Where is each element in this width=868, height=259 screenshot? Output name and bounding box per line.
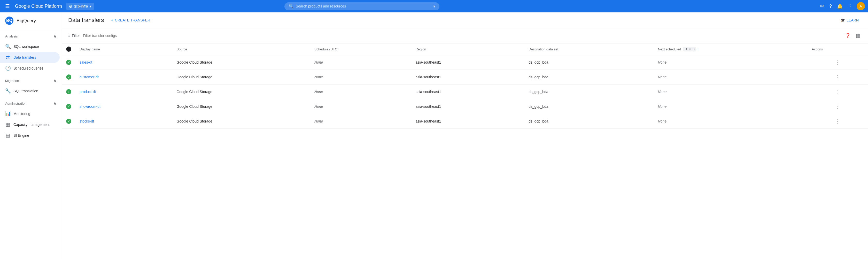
row-source: Google Cloud Storage <box>172 114 310 129</box>
sidebar-item-monitoring[interactable]: 📊 Monitoring <box>0 108 60 119</box>
data-transfers-icon: ⇄ <box>5 55 10 60</box>
search-dropdown-icon: ▾ <box>433 4 435 9</box>
sidebar-item-label: Data transfers <box>13 55 36 59</box>
notifications-icon[interactable]: 🔔 <box>835 1 845 11</box>
create-transfer-plus-icon: + <box>111 18 113 22</box>
display-name-link[interactable]: customer-dt <box>80 75 99 79</box>
filter-bar-actions: ❓ ▦ <box>843 31 862 40</box>
migration-section-label: Migration <box>5 79 19 83</box>
row-more-actions-button[interactable]: ⋮ <box>834 103 841 111</box>
user-avatar[interactable]: A <box>857 2 865 10</box>
administration-section-toggle[interactable]: ∧ <box>53 100 57 106</box>
row-more-actions-button[interactable]: ⋮ <box>834 117 841 125</box>
sidebar-item-sql-workspace[interactable]: 🔍 SQL workspace <box>0 41 60 52</box>
help-circle-icon[interactable]: ❓ <box>843 31 852 40</box>
sidebar-item-capacity-management[interactable]: ▦ Capacity management <box>0 119 60 130</box>
row-destination: ds_gcp_bda <box>524 85 654 99</box>
status-indicator: ✓ <box>66 60 71 65</box>
sidebar-item-label: Scheduled queries <box>13 66 43 70</box>
status-indicator: ✓ <box>66 89 71 94</box>
analysis-section-header: Analysis ∧ <box>0 29 62 41</box>
row-next-scheduled: None <box>654 114 808 129</box>
th-region[interactable]: Region <box>411 44 524 55</box>
row-region: asia-southeast1 <box>411 70 524 85</box>
nav-action-buttons: ✉ ? 🔔 ⋮ A <box>818 1 865 11</box>
row-checkbox-cell: ✓ <box>62 85 75 99</box>
row-destination: ds_gcp_bda <box>524 99 654 114</box>
sidebar-item-scheduled-queries[interactable]: 🕐 Scheduled queries <box>0 63 60 74</box>
row-actions-cell: ⋮ <box>808 55 868 70</box>
project-selector[interactable]: ⚙ gcp-infra ▾ <box>66 3 94 10</box>
row-more-actions-button[interactable]: ⋮ <box>834 58 841 66</box>
help-icon[interactable]: ? <box>827 2 834 11</box>
th-actions: Actions <box>808 44 868 55</box>
display-name-link[interactable]: showroom-dt <box>80 105 100 109</box>
monitoring-icon: 📊 <box>5 111 10 117</box>
analysis-section-toggle[interactable]: ∧ <box>53 33 57 39</box>
row-destination: ds_gcp_bda <box>524 70 654 85</box>
hamburger-menu-icon[interactable]: ☰ <box>3 1 12 11</box>
sidebar-item-label: Monitoring <box>13 112 30 116</box>
row-schedule: None <box>310 55 411 70</box>
clock-icon: 🕐 <box>5 65 10 71</box>
row-schedule: None <box>310 70 411 85</box>
page-header: Data transfers + CREATE TRANSFER 🎓 LEARN <box>62 12 868 28</box>
select-all-checkbox[interactable] <box>66 47 71 52</box>
migration-section-toggle[interactable]: ∧ <box>53 78 57 84</box>
row-schedule: None <box>310 99 411 114</box>
sidebar-item-label: SQL translation <box>13 89 38 93</box>
table-row: ✓ product-dt Google Cloud Storage None a… <box>62 85 868 99</box>
sidebar-logo: BQ BigQuery <box>0 12 62 29</box>
row-source: Google Cloud Storage <box>172 55 310 70</box>
learn-icon: 🎓 <box>841 18 845 22</box>
row-display-name: showroom-dt <box>75 99 172 114</box>
filter-icon: ≡ <box>68 34 70 38</box>
status-indicator: ✓ <box>66 75 71 80</box>
th-next-scheduled[interactable]: Next scheduled UTC+8 ↑ <box>654 44 808 55</box>
row-more-actions-button[interactable]: ⋮ <box>834 73 841 81</box>
display-name-link[interactable]: product-dt <box>80 90 96 94</box>
filter-bar: ≡ Filter ❓ ▦ <box>62 28 868 44</box>
row-schedule: None <box>310 85 411 99</box>
table-body: ✓ sales-dt Google Cloud Storage None asi… <box>62 55 868 129</box>
row-checkbox-cell: ✓ <box>62 55 75 70</box>
learn-button[interactable]: 🎓 LEARN <box>838 17 862 24</box>
sidebar-item-sql-translation[interactable]: 🔧 SQL translation <box>0 86 60 96</box>
sidebar-item-label: BI Engine <box>13 133 29 138</box>
row-checkbox-cell: ✓ <box>62 70 75 85</box>
sidebar-item-label: Capacity management <box>13 122 50 127</box>
wrench-icon: 🔧 <box>5 88 10 94</box>
sidebar-item-data-transfers[interactable]: ⇄ Data transfers <box>0 52 60 63</box>
row-more-actions-button[interactable]: ⋮ <box>834 88 841 96</box>
column-settings-icon[interactable]: ▦ <box>854 31 862 40</box>
th-schedule[interactable]: Schedule (UTC) <box>310 44 411 55</box>
create-transfer-button[interactable]: + CREATE TRANSFER <box>108 17 153 24</box>
analysis-section-label: Analysis <box>5 34 18 38</box>
row-display-name: customer-dt <box>75 70 172 85</box>
th-destination[interactable]: Destination data set <box>524 44 654 55</box>
search-icon: 🔍 <box>5 44 10 49</box>
global-search-bar[interactable]: 🔍 Search products and resources ▾ <box>284 2 439 10</box>
sort-asc-icon[interactable]: ↑ <box>697 47 699 51</box>
table-row: ✓ customer-dt Google Cloud Storage None … <box>62 70 868 85</box>
th-display-name[interactable]: Display name <box>75 44 172 55</box>
display-name-link[interactable]: sales-dt <box>80 60 92 64</box>
filter-input[interactable] <box>83 34 840 38</box>
filter-label[interactable]: ≡ Filter <box>68 34 80 38</box>
table-row: ✓ stocks-dt Google Cloud Storage None as… <box>62 114 868 129</box>
more-options-icon[interactable]: ⋮ <box>846 1 855 11</box>
th-source[interactable]: Source <box>172 44 310 55</box>
learn-label: LEARN <box>846 18 859 22</box>
project-dropdown-icon: ▾ <box>90 4 91 8</box>
status-indicator: ✓ <box>66 104 71 109</box>
mail-icon[interactable]: ✉ <box>818 1 826 11</box>
row-display-name: sales-dt <box>75 55 172 70</box>
capacity-icon: ▦ <box>5 122 10 127</box>
row-region: asia-southeast1 <box>411 99 524 114</box>
display-name-link[interactable]: stocks-dt <box>80 119 94 123</box>
timezone-badge: UTC+8 <box>683 47 696 52</box>
row-actions-cell: ⋮ <box>808 99 868 114</box>
row-actions-cell: ⋮ <box>808 70 868 85</box>
sidebar-item-bi-engine[interactable]: ▤ BI Engine <box>0 130 60 141</box>
main-content: Data transfers + CREATE TRANSFER 🎓 LEARN… <box>62 12 868 259</box>
